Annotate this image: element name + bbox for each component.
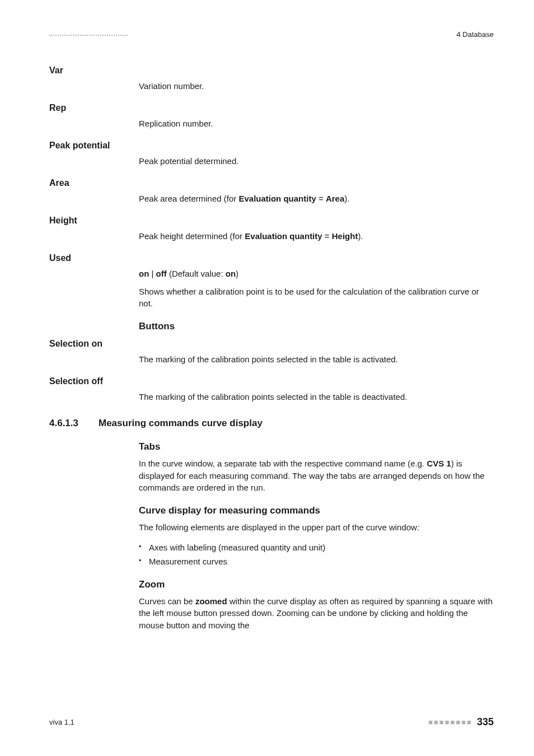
section-number: 4.6.1.3 bbox=[49, 417, 78, 431]
def-body-area: Peak area determined (for Evaluation qua… bbox=[139, 193, 494, 205]
zoom-body: Curves can be zoomed within the curve di… bbox=[139, 595, 494, 632]
bold-span: off bbox=[156, 269, 167, 278]
def-term-area: Area bbox=[49, 176, 494, 189]
page-content: Var Variation number. Rep Replication nu… bbox=[49, 64, 494, 632]
bold-span: on bbox=[139, 269, 149, 278]
list-item: Axes with labeling (measured quantity an… bbox=[139, 542, 494, 554]
text-span: | bbox=[149, 269, 156, 278]
def-selection-on: Selection on The marking of the calibrat… bbox=[49, 337, 494, 366]
def-term-used: Used bbox=[49, 251, 494, 264]
def-text-peak-potential: Peak potential determined. bbox=[139, 155, 494, 167]
def-body-var: Variation number. bbox=[139, 80, 494, 92]
def-text-height: Peak height determined (for Evaluation q… bbox=[139, 230, 494, 242]
curve-display-intro: The following elements are displayed in … bbox=[139, 521, 494, 534]
footer-left: viva 1.1 bbox=[49, 718, 74, 726]
tabs-text: In the curve window, a separate tab with… bbox=[139, 458, 494, 494]
bold-span: Evaluation quantity bbox=[245, 231, 322, 241]
bold-span: Area bbox=[326, 194, 344, 203]
text-span: Peak height determined (for bbox=[139, 231, 245, 241]
def-term-selection-off: Selection off bbox=[49, 375, 494, 388]
bold-span: on bbox=[226, 269, 236, 278]
def-body-rep: Replication number. bbox=[139, 118, 494, 130]
def-text-used-line1: on | off (Default value: on) bbox=[139, 268, 494, 280]
def-area: Area Peak area determined (for Evaluatio… bbox=[49, 176, 494, 205]
bold-span: CVS 1 bbox=[427, 459, 451, 468]
def-peak-potential: Peak potential Peak potential determined… bbox=[49, 139, 494, 167]
def-var: Var Variation number. bbox=[49, 64, 494, 92]
def-used: Used on | off (Default value: on) Shows … bbox=[49, 251, 494, 310]
def-term-peak-potential: Peak potential bbox=[49, 139, 494, 152]
def-term-rep: Rep bbox=[49, 101, 494, 114]
def-height: Height Peak height determined (for Evalu… bbox=[49, 214, 494, 242]
section-heading-row: 4.6.1.3 Measuring commands curve display bbox=[49, 417, 494, 431]
def-term-var: Var bbox=[49, 64, 494, 77]
curve-display-bullets: Axes with labeling (measured quantity an… bbox=[139, 542, 494, 568]
def-body-used: on | off (Default value: on) Shows wheth… bbox=[139, 268, 494, 310]
text-span: (Default value: bbox=[167, 269, 226, 278]
def-text-selection-off: The marking of the calibration points se… bbox=[139, 391, 494, 403]
tabs-heading: Tabs bbox=[139, 440, 494, 454]
text-span: ) bbox=[236, 269, 238, 278]
def-term-selection-on: Selection on bbox=[49, 337, 494, 350]
header-rule bbox=[49, 35, 128, 36]
text-span: Peak area determined (for bbox=[139, 194, 238, 203]
curve-display-heading: Curve display for measuring commands bbox=[139, 504, 494, 518]
footer-right: ■■■■■■■■ 335 bbox=[428, 716, 494, 728]
text-span: = bbox=[316, 194, 326, 203]
def-body-selection-on: The marking of the calibration points se… bbox=[139, 353, 494, 366]
def-text-var: Variation number. bbox=[139, 80, 494, 92]
tabs-body: In the curve window, a separate tab with… bbox=[139, 458, 494, 494]
bold-span: Height bbox=[332, 231, 358, 241]
text-span: = bbox=[322, 231, 332, 241]
page-footer: viva 1.1 ■■■■■■■■ 335 bbox=[49, 716, 494, 728]
text-span: ). bbox=[344, 194, 349, 203]
buttons-heading: Buttons bbox=[139, 320, 494, 334]
list-item: Measurement curves bbox=[139, 556, 494, 568]
section-title: Measuring commands curve display bbox=[99, 417, 263, 431]
footer-dots-icon: ■■■■■■■■ bbox=[428, 718, 472, 726]
text-span: In the curve window, a separate tab with… bbox=[139, 459, 427, 468]
zoom-heading: Zoom bbox=[139, 578, 494, 592]
bold-span: Evaluation quantity bbox=[238, 194, 316, 203]
def-body-height: Peak height determined (for Evaluation q… bbox=[139, 230, 494, 242]
text-span: Curves can be bbox=[139, 596, 195, 606]
header-chapter-label: 4 Database bbox=[457, 30, 494, 39]
page-number: 335 bbox=[477, 716, 494, 728]
def-selection-off: Selection off The marking of the calibra… bbox=[49, 375, 494, 403]
def-term-height: Height bbox=[49, 214, 494, 227]
text-span: ). bbox=[358, 231, 363, 241]
def-text-rep: Replication number. bbox=[139, 118, 494, 130]
zoom-text: Curves can be zoomed within the curve di… bbox=[139, 595, 494, 632]
bold-span: zoomed bbox=[195, 596, 227, 606]
curve-display-text: The following elements are displayed in … bbox=[139, 521, 494, 534]
def-rep: Rep Replication number. bbox=[49, 101, 494, 130]
def-text-area: Peak area determined (for Evaluation qua… bbox=[139, 193, 494, 205]
def-body-selection-off: The marking of the calibration points se… bbox=[139, 391, 494, 403]
def-body-peak-potential: Peak potential determined. bbox=[139, 155, 494, 167]
def-text-used-line2: Shows whether a calibration point is to … bbox=[139, 286, 494, 310]
def-text-selection-on: The marking of the calibration points se… bbox=[139, 353, 494, 366]
